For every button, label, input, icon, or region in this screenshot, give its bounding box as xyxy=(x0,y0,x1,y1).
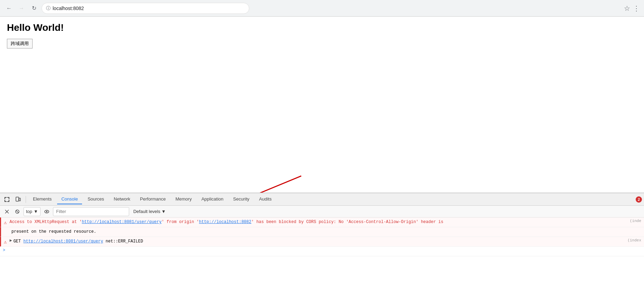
tab-network[interactable]: Network xyxy=(110,194,135,204)
context-value: top xyxy=(26,209,32,214)
error-link-2[interactable]: http://localhost:8082 xyxy=(199,220,251,224)
info-icon: ⓘ xyxy=(46,5,51,11)
tab-memory[interactable]: Memory xyxy=(171,194,196,204)
console-prompt-row: > xyxy=(0,247,644,256)
devtools-panel: Elements Console Sources Network Perform… xyxy=(0,193,644,293)
cross-domain-button[interactable]: 跨域调用 xyxy=(7,39,33,48)
devtools-tabs-bar: Elements Console Sources Network Perform… xyxy=(0,193,644,206)
svg-point-7 xyxy=(46,211,47,212)
inspect-element-button[interactable] xyxy=(2,195,12,204)
page-content: Hello World! 跨域调用 xyxy=(0,17,644,193)
get-source: (index xyxy=(627,238,641,242)
default-levels-label: Default levels xyxy=(133,209,160,214)
console-error-text-1: Access to XMLHttpRequest at 'http://loca… xyxy=(9,219,630,225)
refresh-button[interactable]: ↻ xyxy=(29,3,39,13)
error-badge-container: 2 xyxy=(636,196,642,203)
error-icon-1: ⚠ xyxy=(4,220,7,225)
back-button[interactable]: ← xyxy=(4,3,14,13)
error-source-1: (inde xyxy=(630,219,641,223)
tab-performance[interactable]: Performance xyxy=(136,194,170,204)
console-output: ⚠ Access to XMLHttpRequest at 'http://lo… xyxy=(0,217,644,293)
bookmark-button[interactable]: ☆ xyxy=(624,4,630,12)
context-dropdown-icon: ▼ xyxy=(34,209,38,214)
console-get-text: GET http://localhost:8081/user/query net… xyxy=(14,238,628,245)
prompt-input-area[interactable] xyxy=(8,248,641,254)
prompt-caret: > xyxy=(3,248,5,253)
error-icon-2: ⚠ xyxy=(4,239,7,245)
tab-elements[interactable]: Elements xyxy=(29,194,56,204)
default-levels-dropdown[interactable]: Default levels ▼ xyxy=(131,208,168,215)
address-bar[interactable]: ⓘ localhost:8082 xyxy=(42,3,249,14)
block-icon-button[interactable] xyxy=(13,207,21,216)
collapse-arrow[interactable]: ► xyxy=(9,238,12,243)
toolbar-separator xyxy=(26,196,26,203)
svg-rect-3 xyxy=(19,198,20,201)
tab-security[interactable]: Security xyxy=(229,194,253,204)
tab-application[interactable]: Application xyxy=(197,194,228,204)
get-url-link[interactable]: http://localhost:8081/user/query xyxy=(23,239,103,244)
clear-console-button[interactable] xyxy=(3,207,11,216)
forward-button[interactable]: → xyxy=(17,3,26,13)
browser-chrome: ← → ↻ ⓘ localhost:8082 ☆ ⋮ xyxy=(0,0,644,17)
svg-rect-2 xyxy=(16,197,19,201)
tab-sources[interactable]: Sources xyxy=(83,194,108,204)
tab-console[interactable]: Console xyxy=(57,194,82,204)
page-title: Hello World! xyxy=(7,22,637,33)
context-select[interactable]: top ▼ xyxy=(24,207,41,216)
error-count-badge: 2 xyxy=(636,196,642,203)
console-error-get-row: ⚠ ► GET http://localhost:8081/user/query… xyxy=(0,237,644,247)
console-error-row-1: ⚠ Access to XMLHttpRequest at 'http://lo… xyxy=(0,217,644,227)
console-toolbar: top ▼ Default levels ▼ xyxy=(0,206,644,217)
console-error-text-2: present on the requested resource. xyxy=(11,229,641,235)
device-toolbar-button[interactable] xyxy=(13,195,23,204)
url-text: localhost:8082 xyxy=(53,6,84,11)
levels-dropdown-icon: ▼ xyxy=(161,209,166,214)
menu-button[interactable]: ⋮ xyxy=(633,4,640,12)
svg-line-5 xyxy=(16,210,19,213)
tab-audits[interactable]: Audits xyxy=(255,194,276,204)
error-link-1[interactable]: http://localhost:8081/user/query xyxy=(82,220,161,224)
console-filter-input[interactable] xyxy=(53,207,129,216)
eye-button[interactable] xyxy=(43,207,51,216)
console-error-continuation: present on the requested resource. xyxy=(0,227,644,237)
